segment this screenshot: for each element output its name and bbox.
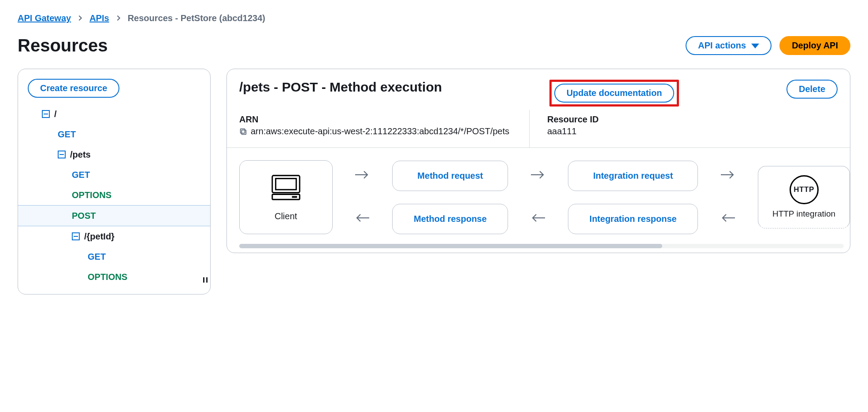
tree-method-label: GET — [88, 249, 106, 264]
flow-method-request[interactable]: Method request — [392, 161, 508, 191]
copy-icon[interactable] — [239, 128, 247, 138]
flow-integration-response[interactable]: Integration response — [568, 204, 698, 234]
chevron-right-icon — [115, 13, 122, 23]
resource-id-value: aaa111 — [547, 126, 577, 136]
tree-path-label: /pets — [70, 147, 91, 162]
http-badge: HTTP — [790, 175, 819, 204]
arrow-left-icon — [710, 212, 746, 226]
tree-node-petid-get[interactable]: GET — [18, 246, 210, 267]
svg-rect-5 — [292, 196, 297, 198]
create-resource-button[interactable]: Create resource — [28, 79, 119, 98]
method-title: /pets - POST - Method execution — [239, 80, 442, 95]
arrow-left-icon — [345, 212, 380, 226]
client-icon — [269, 173, 303, 205]
collapse-icon[interactable] — [58, 151, 66, 158]
resize-handle-icon[interactable] — [203, 277, 208, 283]
arrow-left-icon — [520, 212, 556, 226]
resource-tree-panel: Create resource / GET /pets GET OPTIONS … — [18, 69, 211, 294]
caret-down-icon — [751, 44, 759, 48]
breadcrumb-api-gateway[interactable]: API Gateway — [18, 13, 71, 23]
collapse-icon[interactable] — [72, 232, 80, 240]
tree-node-pets[interactable]: /pets — [18, 144, 210, 165]
tree-method-label: GET — [72, 167, 90, 182]
tree-node-root-get[interactable]: GET — [18, 124, 210, 144]
arn-label: ARN — [239, 114, 530, 125]
flow-endpoint: HTTP HTTP integration — [758, 166, 850, 228]
tree-method-label: GET — [58, 127, 76, 142]
tree-path-label: / — [54, 107, 57, 121]
page-title: Resources — [18, 36, 108, 55]
tree-node-petid[interactable]: /{petId} — [18, 226, 210, 246]
tree-node-pets-get[interactable]: GET — [18, 165, 210, 185]
arn-value: arn:aws:execute-api:us-west-2:111222333:… — [251, 126, 509, 136]
flow-endpoint-label: HTTP integration — [772, 209, 835, 219]
svg-rect-3 — [275, 179, 296, 190]
resource-id-label: Resource ID — [547, 114, 838, 125]
chevron-right-icon — [77, 13, 83, 23]
tree-path-label: /{petId} — [84, 229, 115, 244]
tree-node-petid-options[interactable]: OPTIONS — [18, 267, 210, 287]
tree-method-label: POST — [72, 208, 96, 223]
arrow-right-icon — [710, 169, 746, 183]
highlight-annotation: Update documentation — [549, 80, 679, 107]
api-actions-button[interactable]: API actions — [686, 36, 772, 55]
delete-button[interactable]: Delete — [786, 80, 838, 99]
breadcrumb-apis[interactable]: APIs — [89, 13, 109, 23]
tree-method-label: OPTIONS — [72, 188, 111, 202]
arrow-right-icon — [520, 169, 556, 183]
method-detail-panel: /pets - POST - Method execution Update d… — [226, 69, 850, 253]
svg-rect-1 — [241, 129, 245, 133]
tree-node-pets-post[interactable]: POST — [18, 205, 210, 226]
flow-client: Client — [239, 160, 333, 234]
deploy-api-button[interactable]: Deploy API — [779, 36, 850, 55]
tree-node-root[interactable]: / — [18, 104, 210, 124]
flow-method-response[interactable]: Method response — [392, 204, 508, 234]
breadcrumb: API Gateway APIs Resources - PetStore (a… — [18, 13, 850, 23]
execution-flow-diagram: Client Method request Integration reques… — [239, 160, 850, 234]
tree-node-pets-options[interactable]: OPTIONS — [18, 185, 210, 205]
horizontal-scrollbar[interactable] — [239, 244, 844, 248]
api-actions-label: API actions — [698, 40, 746, 51]
resource-tree: / GET /pets GET OPTIONS POST /{petId} — [18, 104, 210, 287]
scrollbar-thumb[interactable] — [239, 244, 662, 248]
update-documentation-button[interactable]: Update documentation — [554, 84, 675, 103]
tree-method-label: OPTIONS — [88, 269, 127, 284]
breadcrumb-current: Resources - PetStore (abcd1234) — [128, 13, 265, 23]
collapse-icon[interactable] — [42, 110, 50, 118]
flow-client-label: Client — [274, 211, 297, 221]
page-header: Resources API actions Deploy API — [18, 36, 850, 55]
arrow-right-icon — [345, 169, 380, 183]
svg-rect-0 — [241, 130, 246, 134]
flow-integration-request[interactable]: Integration request — [568, 161, 698, 191]
